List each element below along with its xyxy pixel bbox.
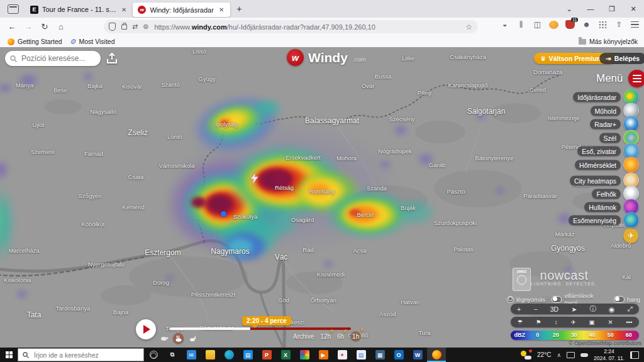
menu-button[interactable]: Menü	[596, 70, 644, 87]
other-bookmarks[interactable]: Más könyvjelzők	[579, 38, 638, 45]
bookmark-most-visited[interactable]: ⚙Most Visited	[70, 38, 115, 46]
display-tray-icon[interactable]	[567, 352, 575, 358]
compass-button[interactable]: ◉	[609, 305, 614, 313]
search-input[interactable]	[20, 53, 92, 63]
rabbit-icon[interactable]	[173, 333, 184, 344]
tray-clock[interactable]: 2:242024. 07. 11.	[594, 348, 625, 361]
pocket-icon[interactable]: ◒	[500, 20, 509, 29]
notification-center-icon[interactable]	[630, 351, 639, 359]
taskbar-icon-firefox[interactable]	[427, 348, 446, 362]
taskbar-icon-paint-3d[interactable]: ✦	[333, 348, 352, 362]
sidebar-item-h-m-rs-klet[interactable]: Hőmérséklet	[575, 157, 639, 173]
minimize-button[interactable]: —	[580, 5, 601, 13]
close-button[interactable]: ✕	[608, 319, 613, 326]
taskbar-icon-mail[interactable]: ✉	[182, 348, 201, 362]
share-upload-icon[interactable]	[105, 52, 119, 65]
weather-overlay-button[interactable]: ☂	[518, 319, 523, 326]
turtle-icon[interactable]	[160, 334, 169, 343]
taskbar-icon-calculator[interactable]: ▦	[370, 348, 389, 362]
url-bar[interactable]: ⇄ ⊚ https://www.windy.com/hu/-Időjárásra…	[104, 20, 478, 33]
close-button[interactable]: ✕	[623, 5, 644, 13]
more-button[interactable]: •••	[626, 319, 632, 326]
back-button[interactable]: ←	[4, 22, 20, 31]
home-button[interactable]: ⌂	[53, 22, 69, 31]
range-12h-button[interactable]: 12h♛	[320, 333, 331, 340]
taskbar-icon-notepad[interactable]: ▤	[352, 348, 370, 362]
taskbar-search[interactable]	[18, 348, 144, 361]
forward-button[interactable]: →	[20, 22, 36, 31]
report-flag-button[interactable]: ⚑	[536, 319, 541, 326]
location-pin-icon[interactable]: ⊚	[143, 23, 148, 31]
windy-logo[interactable]: w Windy .com	[287, 49, 365, 66]
taskbar-icon-edge[interactable]	[219, 348, 238, 362]
taskbar-icon-task-view[interactable]: ⧉	[163, 348, 182, 362]
tab-list-icon[interactable]: ⌄	[558, 5, 580, 13]
search-box[interactable]	[5, 51, 101, 66]
send-tab-icon[interactable]: ⇧	[614, 20, 624, 29]
taskbar-icon-file-explorer[interactable]	[201, 348, 219, 362]
toggle-hang[interactable]: hang	[614, 296, 640, 303]
browser-tab[interactable]: wWindy: Időjárásradar✕	[133, 3, 230, 17]
new-tab-button[interactable]: +	[236, 4, 242, 14]
toggle-l-gnyom-s[interactable]: légnyomás	[507, 296, 545, 303]
library-icon[interactable]: ⫼	[516, 20, 526, 29]
range-6h-button[interactable]: 6h♛	[337, 333, 344, 340]
crown-icon: ♛	[540, 55, 546, 62]
menu-icon[interactable]	[631, 24, 640, 25]
play-button[interactable]	[136, 319, 156, 339]
account-icon[interactable]: ☻	[582, 20, 591, 29]
tray-expand-icon[interactable]: ∧	[557, 352, 561, 358]
taskbar-icon-cortana[interactable]: ◯	[144, 348, 163, 362]
taskbar-icon-powerpoint[interactable]: P	[257, 348, 276, 362]
bookmark-star-icon[interactable]: ☆	[465, 23, 472, 31]
taskbar-icon-outlook[interactable]: O	[389, 348, 408, 362]
timeline-time-badge[interactable]: 2:20 - 4 perce	[242, 316, 291, 326]
tab-close-icon[interactable]: ✕	[218, 6, 225, 13]
toggle-switch[interactable]	[507, 296, 514, 303]
restore-button[interactable]: ❐	[601, 5, 623, 13]
taskbar-icon-media-player[interactable]: ▶	[314, 348, 333, 362]
zoom-out-button[interactable]: −	[533, 305, 537, 313]
adblock-extension-icon[interactable]	[549, 21, 558, 29]
taskbar-icon-excel[interactable]: X	[276, 348, 295, 362]
toggle-switch[interactable]	[614, 296, 625, 303]
locate-button[interactable]: ➤	[571, 305, 577, 313]
taskbar-icon-store[interactable]: ▤	[238, 348, 257, 362]
mode-3d-button[interactable]: 3D	[550, 305, 558, 313]
webcam-button[interactable]: ▣	[589, 319, 594, 326]
archive-button[interactable]: Archive	[293, 333, 314, 340]
start-button[interactable]	[0, 351, 18, 358]
taskbar-search-input[interactable]	[33, 351, 130, 359]
permissions-icon[interactable]: ⇄	[132, 23, 138, 31]
fullscreen-button[interactable]: ⤢	[627, 305, 632, 313]
timeline-past-bar[interactable]	[170, 327, 250, 330]
extensions-grid-icon[interactable]	[598, 21, 608, 28]
lock-icon[interactable]	[121, 25, 127, 30]
firefox-view-icon[interactable]	[8, 4, 19, 14]
tab-close-icon[interactable]: ✕	[120, 6, 128, 13]
flight-button[interactable]: ✈	[570, 319, 575, 326]
windy-map[interactable]: MányaBeseBajkaKisóvárSzántóGyügyLissóLit…	[0, 47, 644, 348]
reload-button[interactable]: ↻	[36, 22, 53, 31]
tracking-shield-icon[interactable]	[109, 23, 116, 31]
edge-icon	[225, 350, 234, 359]
weather-tray-icon[interactable]	[521, 351, 531, 359]
login-button[interactable]: ⇥ Belépés	[599, 53, 644, 64]
goat-icon[interactable]	[187, 334, 197, 343]
altitude-button[interactable]: ↕	[555, 319, 558, 326]
toggle-switch[interactable]	[552, 296, 562, 303]
tray-temperature[interactable]: 22°C	[537, 351, 551, 358]
browser-tab[interactable]: ETour de France - 11. szakasz - E✕	[25, 3, 133, 17]
taskbar-icon-paint[interactable]	[295, 348, 314, 362]
onedrive-tray-icon[interactable]	[580, 353, 588, 357]
timeline-future-bar[interactable]	[250, 327, 351, 330]
sidebar-item-es-mennyis-g[interactable]: Esőmennyiség	[569, 212, 639, 228]
taskbar-icon-word[interactable]: W	[408, 348, 427, 362]
range-1h-button[interactable]: 1h♛	[350, 331, 361, 342]
privacy-extension-icon[interactable]: 11	[565, 20, 575, 29]
zoom-in-button[interactable]: +	[517, 305, 521, 313]
info-button[interactable]: ⓘ	[589, 305, 596, 314]
bookmark-getting-started[interactable]: Getting Started	[8, 38, 62, 45]
light-rain-cell	[414, 150, 437, 168]
sidebar-toggle-icon[interactable]: ◫	[533, 20, 542, 29]
